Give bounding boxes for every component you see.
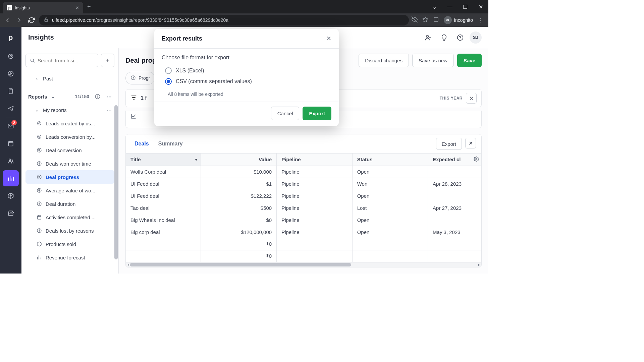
- confirm-export-button[interactable]: Export: [303, 107, 331, 120]
- bulb-icon[interactable]: [437, 31, 451, 44]
- save-button[interactable]: Save: [457, 54, 482, 67]
- table-row[interactable]: UI Feed deal$1PipelineWonApr 28, 2023: [126, 178, 481, 190]
- menu-icon[interactable]: ⋮: [478, 17, 483, 23]
- info-icon[interactable]: [95, 94, 101, 100]
- rail-leads[interactable]: [3, 48, 19, 64]
- sidebar-item-label: Deal conversion: [46, 147, 82, 153]
- modal-body: Choose file format for export XLS (Excel…: [154, 49, 339, 102]
- sidebar-report-item[interactable]: Leads conversion by...: [25, 130, 114, 143]
- modal-prompt: Choose file format for export: [162, 55, 331, 61]
- rail-products[interactable]: [3, 188, 19, 204]
- rail-mail[interactable]: 2: [3, 118, 19, 134]
- table-row[interactable]: Big Wheels Inc deal$0PipelineOpen: [126, 214, 481, 226]
- close-filter-button[interactable]: ✕: [466, 93, 477, 104]
- sidebar-report-item[interactable]: Average value of wo...: [25, 184, 114, 197]
- table-row[interactable]: ₹0: [126, 238, 481, 250]
- extensions-icon[interactable]: [433, 16, 439, 24]
- rail-campaigns[interactable]: [3, 101, 19, 117]
- table-row[interactable]: Tao deal$500PipelineLostApr 27, 2023: [126, 202, 481, 214]
- horizontal-scrollbar[interactable]: ◂ ▸: [126, 262, 481, 267]
- rail-insights[interactable]: [3, 170, 19, 186]
- table-row[interactable]: UI Feed deal$122,222PipelineOpen: [126, 190, 481, 202]
- save-as-new-button[interactable]: Save as new: [412, 54, 454, 67]
- table-row[interactable]: Wolfs Corp deal$10,000PipelineOpen: [126, 166, 481, 178]
- close-modal-icon[interactable]: ✕: [326, 35, 331, 42]
- back-button[interactable]: [3, 15, 12, 25]
- add-button[interactable]: +: [101, 54, 114, 67]
- rail-projects[interactable]: [3, 83, 19, 99]
- sidebar-report-item[interactable]: Deal duration: [25, 197, 114, 210]
- col-title[interactable]: Title▾: [126, 154, 201, 166]
- currency-icon: [130, 75, 136, 81]
- table-row[interactable]: ₹0: [126, 250, 481, 262]
- cell-pipeline: Pipeline: [277, 178, 353, 190]
- reload-button[interactable]: [27, 15, 36, 25]
- report-icon: [36, 120, 42, 126]
- address-bar[interactable]: uifeed.pipedrive.com/progress/insights/r…: [39, 15, 409, 25]
- chevron-down-icon[interactable]: ⌄: [427, 1, 442, 12]
- maximize-icon[interactable]: ☐: [458, 1, 473, 12]
- new-tab-button[interactable]: +: [87, 3, 91, 10]
- svg-rect-0: [45, 19, 48, 21]
- tab-deals[interactable]: Deals: [131, 139, 152, 149]
- sidebar-report-item[interactable]: Leads created by us...: [25, 117, 114, 130]
- scrollbar-thumb[interactable]: [130, 263, 351, 266]
- tab-summary[interactable]: Summary: [155, 139, 186, 149]
- sidebar-my-reports[interactable]: ⌄ My reports ⋯: [25, 103, 114, 117]
- incognito-badge[interactable]: Incognito: [444, 16, 473, 24]
- star-icon[interactable]: [422, 16, 428, 24]
- radio-xls[interactable]: XLS (Excel): [162, 65, 331, 76]
- avatar[interactable]: SJ: [470, 32, 482, 44]
- scrollbar-thumb[interactable]: [114, 105, 118, 259]
- discard-button[interactable]: Discard changes: [359, 54, 409, 67]
- cell-title: UI Feed deal: [126, 190, 201, 202]
- topbar-actions: SJ: [421, 31, 482, 44]
- report-icon: [36, 228, 42, 234]
- gear-icon[interactable]: [474, 156, 479, 163]
- period-label: THIS YEAR: [440, 96, 463, 101]
- filter-icon[interactable]: [130, 94, 137, 102]
- table-row[interactable]: Big corp deal$120,000,000PipelineOpenMay…: [126, 226, 481, 238]
- close-table-button[interactable]: ✕: [465, 138, 476, 148]
- sidebar-report-item[interactable]: Activities completed ...: [25, 210, 114, 224]
- sidebar-report-item[interactable]: Products sold: [25, 237, 114, 251]
- browser-tab[interactable]: p Insights ✕: [3, 2, 83, 13]
- sidebar-report-item[interactable]: Deal conversion: [25, 143, 114, 157]
- sidebar-scrollbar[interactable]: [114, 48, 118, 274]
- sidebar-report-item[interactable]: Revenue forecast: [25, 251, 114, 264]
- rail-contacts[interactable]: [3, 153, 19, 169]
- close-window-icon[interactable]: ✕: [473, 1, 488, 12]
- cell-value: ₹0: [201, 250, 276, 262]
- export-button[interactable]: Export: [436, 138, 462, 150]
- add-user-icon[interactable]: [421, 31, 435, 44]
- rail-marketplace[interactable]: [3, 205, 19, 221]
- incognito-icon: [444, 16, 452, 24]
- col-value[interactable]: Value: [201, 154, 276, 166]
- sidebar-past[interactable]: › Past: [25, 72, 114, 85]
- app-logo[interactable]: p: [4, 31, 17, 44]
- sidebar-reports-header[interactable]: Reports ⌄ 11/150 ⋯: [25, 90, 114, 103]
- minimize-icon[interactable]: —: [442, 1, 458, 12]
- sidebar-report-item[interactable]: Deals won over time: [25, 157, 114, 170]
- col-status[interactable]: Status: [352, 154, 428, 166]
- chevron-right-icon: ›: [34, 76, 40, 81]
- forward-button[interactable]: [15, 15, 24, 25]
- progress-chip[interactable]: Progr: [125, 72, 155, 84]
- search-box[interactable]: [25, 54, 98, 67]
- col-pipeline[interactable]: Pipeline: [277, 154, 353, 166]
- col-expected[interactable]: Expected cl: [428, 154, 481, 166]
- more-icon[interactable]: ⋯: [107, 107, 112, 113]
- cell-value: $10,000: [201, 166, 276, 178]
- scroll-right-icon[interactable]: ▸: [477, 262, 481, 267]
- rail-activities[interactable]: [3, 135, 19, 152]
- sidebar-report-item[interactable]: Deals lost by reasons: [25, 224, 114, 237]
- sidebar-report-item[interactable]: Deal progress: [25, 170, 114, 184]
- radio-csv[interactable]: CSV (comma separated values): [162, 76, 331, 87]
- search-input[interactable]: [38, 58, 94, 63]
- close-tab-icon[interactable]: ✕: [75, 5, 79, 10]
- more-icon[interactable]: ⋯: [107, 94, 112, 100]
- help-icon[interactable]: [453, 31, 467, 44]
- eye-off-icon[interactable]: [412, 16, 418, 24]
- rail-deals[interactable]: [3, 66, 19, 82]
- cancel-button[interactable]: Cancel: [271, 107, 300, 120]
